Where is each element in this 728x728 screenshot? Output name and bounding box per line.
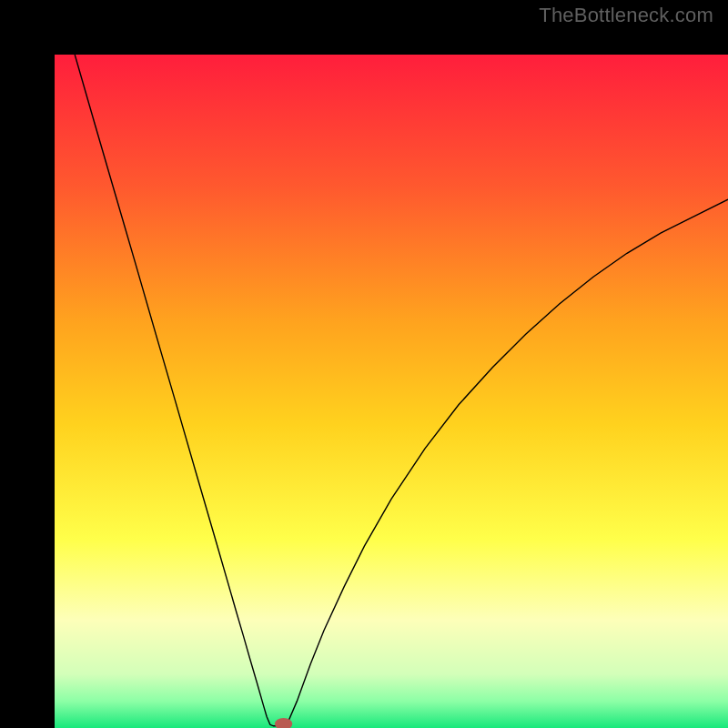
gradient-background xyxy=(55,55,728,728)
bottleneck-chart xyxy=(55,55,728,728)
watermark-text: TheBottleneck.com xyxy=(539,4,713,27)
chart-frame xyxy=(0,0,728,728)
